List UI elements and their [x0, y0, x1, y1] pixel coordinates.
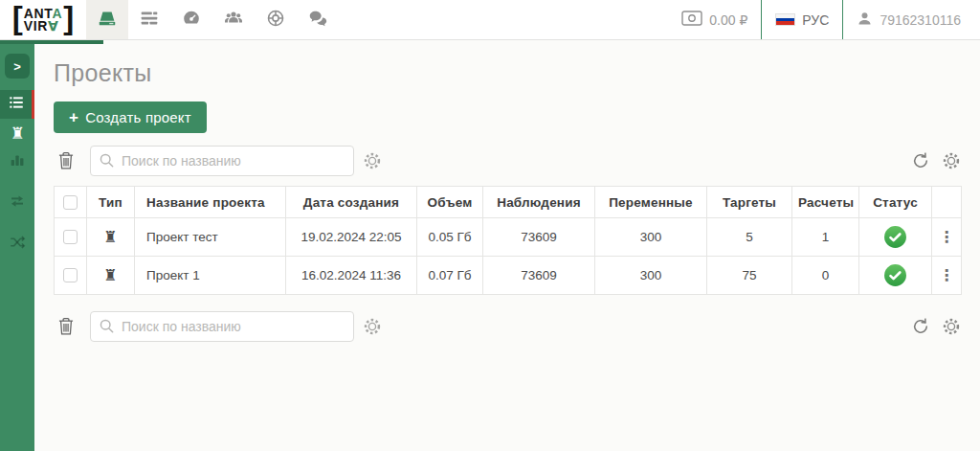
- col-header-size: Объем: [417, 187, 483, 218]
- cell-observations: 73609: [483, 218, 595, 257]
- table-header-row: Тип Название проекта Дата создания Объем…: [55, 187, 962, 218]
- list-icon: [8, 94, 25, 115]
- topbar-right: 0.00 ₽ РУС 79162310116: [668, 0, 980, 39]
- gear-icon: [942, 151, 961, 170]
- header-select-all: [55, 187, 87, 218]
- chat-icon: [307, 8, 328, 33]
- cell-status: [859, 257, 932, 295]
- logo-active-underline: [0, 40, 103, 44]
- gear-icon: [942, 317, 961, 336]
- table-settings-button[interactable]: [942, 151, 961, 170]
- table-row: ♜ Проект тест 19.02.2024 22:05 0.05 Гб 7…: [55, 218, 962, 257]
- col-header-name: Название проекта: [135, 187, 286, 218]
- balance-widget[interactable]: 0.00 ₽: [668, 0, 761, 39]
- cell-actions: ⋮: [932, 218, 962, 257]
- search-input[interactable]: [90, 146, 354, 176]
- trash-icon: [56, 150, 76, 171]
- sidebar-item-projects[interactable]: [0, 90, 34, 119]
- search-icon: [99, 152, 116, 173]
- row-menu-button[interactable]: ⋮: [939, 268, 954, 283]
- nav-tab-users[interactable]: [212, 0, 255, 39]
- sidebar-item-shuffle[interactable]: [0, 230, 34, 259]
- col-header-actions: [932, 187, 962, 218]
- nav-tab-lists[interactable]: [128, 0, 170, 39]
- table-settings-button[interactable]: [942, 317, 961, 336]
- sidebar-item-models[interactable]: ♜: [0, 119, 34, 147]
- logo-bottom: VIR: [24, 18, 48, 34]
- nav-tab-dashboard[interactable]: [170, 0, 212, 39]
- col-header-created: Дата создания: [286, 187, 417, 218]
- col-header-variables: Переменные: [595, 187, 707, 218]
- project-type-icon: ♜: [87, 218, 135, 257]
- select-all-checkbox[interactable]: [63, 195, 78, 210]
- delete-selected-button[interactable]: [56, 316, 76, 337]
- sidebar-expand-button[interactable]: >: [5, 54, 30, 79]
- users-icon: [223, 8, 244, 33]
- search-input[interactable]: [90, 311, 354, 342]
- topbar: [ ANTA VIR∀ ]: [0, 0, 980, 40]
- cell-variables: 300: [595, 218, 707, 257]
- col-header-calculations: Расчеты: [792, 187, 859, 218]
- logo-bottom-accent: ∀: [48, 18, 58, 34]
- search-settings-button[interactable]: [363, 317, 382, 336]
- dashboard-icon: [181, 8, 202, 33]
- status-ok-icon: [883, 225, 907, 249]
- cell-size: 0.05 Гб: [417, 218, 483, 257]
- col-header-type: Тип: [87, 187, 135, 218]
- row-checkbox[interactable]: [63, 230, 78, 244]
- sidebar: > ♜: [0, 40, 34, 451]
- col-header-observations: Наблюдения: [483, 187, 595, 218]
- user-icon: [857, 11, 873, 30]
- russia-flag-icon: [775, 13, 795, 26]
- nav-tab-support[interactable]: [255, 0, 297, 39]
- sidebar-item-charts[interactable]: [0, 147, 34, 176]
- logo-bracket-left: [: [12, 4, 23, 33]
- cell-actions: ⋮: [932, 257, 962, 295]
- language-selector[interactable]: РУС: [762, 0, 842, 39]
- search-settings-button[interactable]: [363, 151, 382, 170]
- project-type-icon: ♜: [87, 257, 135, 295]
- cell-created: 16.02.2024 11:36: [286, 257, 417, 295]
- cell-calculations: 1: [792, 218, 859, 257]
- gear-icon: [363, 151, 382, 170]
- gear-icon: [363, 317, 382, 336]
- trash-icon: [56, 316, 76, 337]
- user-account[interactable]: 79162310116: [843, 0, 980, 39]
- list-icon: [139, 8, 160, 33]
- logo-text: [ ANTA VIR∀ ]: [11, 6, 75, 34]
- table-toolbar-top: [54, 146, 961, 176]
- cell-observations: 73609: [483, 257, 595, 295]
- nav-tab-projects[interactable]: [86, 0, 128, 39]
- chevron-right-icon: >: [13, 59, 21, 74]
- cell-select: [55, 218, 87, 257]
- app-logo[interactable]: [ ANTA VIR∀ ]: [0, 0, 86, 39]
- support-icon: [265, 8, 286, 33]
- refresh-icon: [911, 151, 930, 170]
- refresh-button[interactable]: [911, 317, 930, 336]
- sidebar-item-transfer[interactable]: [0, 189, 34, 217]
- refresh-button[interactable]: [911, 151, 930, 170]
- cell-project-name: Проект тест: [135, 218, 286, 257]
- row-menu-button[interactable]: ⋮: [939, 230, 954, 245]
- table-row: ♜ Проект 1 16.02.2024 11:36 0.07 Гб 7360…: [55, 257, 962, 295]
- toolbar-right: [911, 317, 961, 336]
- nav-tab-chat[interactable]: [297, 0, 339, 39]
- banknote-icon: [681, 11, 702, 29]
- logo-bracket-right: ]: [63, 4, 74, 33]
- projects-table: Тип Название проекта Дата создания Объем…: [54, 186, 962, 295]
- device-icon: [97, 8, 118, 33]
- toolbar-right: [911, 151, 961, 170]
- row-checkbox[interactable]: [63, 268, 78, 282]
- transfer-arrows-icon: [9, 192, 26, 214]
- cell-select: [55, 257, 87, 295]
- page-title: Проекты: [54, 59, 961, 87]
- delete-selected-button[interactable]: [56, 150, 76, 171]
- create-project-label: Создать проект: [85, 109, 191, 125]
- shuffle-icon: [9, 234, 26, 255]
- create-project-button[interactable]: + Создать проект: [54, 101, 207, 133]
- cell-targets: 75: [707, 257, 792, 295]
- top-nav: [86, 0, 339, 39]
- bar-chart-icon: [9, 151, 26, 172]
- user-phone: 79162310116: [880, 12, 961, 28]
- search-box: [90, 146, 354, 176]
